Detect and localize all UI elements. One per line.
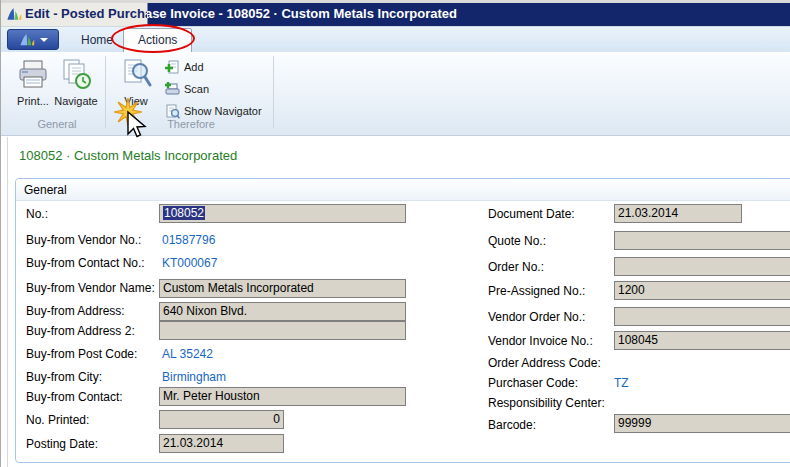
pre-assigned-no-input[interactable]: 1200 <box>614 281 790 300</box>
pre-assigned-no-label: Pre-Assigned No.: <box>488 284 585 298</box>
vendor-order-no-input[interactable] <box>614 307 790 326</box>
print-button[interactable]: Print... <box>10 56 56 120</box>
buy-from-address-label: Buy-from Address: <box>26 304 125 318</box>
scan-button-label: Scan <box>184 83 209 95</box>
posting-date-input[interactable]: 21.03.2014 <box>159 434 284 453</box>
buy-from-vendor-no-label: Buy-from Vendor No.: <box>26 233 141 247</box>
page-title: 108052 · Custom Metals Incorporated <box>19 148 237 163</box>
show-navigator-button-label: Show Navigator <box>184 105 262 117</box>
responsibility-center-label: Responsibility Center: <box>488 396 605 410</box>
navigate-icon <box>60 58 92 90</box>
navigate-button[interactable]: Navigate <box>53 56 99 120</box>
application-menu-button[interactable] <box>7 29 59 50</box>
buy-from-vendor-name-label: Buy-from Vendor Name: <box>26 281 155 295</box>
no-printed-input[interactable]: 0 <box>159 410 284 429</box>
buy-from-post-code-label: Buy-from Post Code: <box>26 347 137 361</box>
print-button-label: Print... <box>10 95 56 107</box>
ribbon: Print... Navigate View <box>1 52 790 136</box>
view-button[interactable]: View <box>113 56 159 120</box>
buy-from-contact-no-link[interactable]: KT000067 <box>162 256 217 270</box>
show-navigator-icon <box>164 103 180 119</box>
posted-purchase-invoice-window: { "window": { "title": "Edit - Posted Pu… <box>0 0 790 467</box>
scan-button[interactable]: Scan <box>164 80 209 98</box>
barcode-label: Barcode: <box>488 418 536 432</box>
printer-icon <box>17 58 49 90</box>
window-titlebar: Edit - Posted Purchase Invoice - 108052 … <box>1 3 790 26</box>
document-date-input[interactable]: 21.03.2014 <box>614 204 742 223</box>
buy-from-contact-label: Buy-from Contact: <box>26 390 123 404</box>
order-no-input[interactable] <box>614 257 790 276</box>
group-label-general: General <box>9 118 105 130</box>
group-separator <box>273 56 274 128</box>
no-printed-label: No. Printed: <box>26 413 89 427</box>
buy-from-contact-no-label: Buy-from Contact No.: <box>26 256 145 270</box>
chevron-down-icon <box>40 38 48 42</box>
barcode-input[interactable]: 99999 <box>614 414 790 433</box>
vendor-order-no-label: Vendor Order No.: <box>488 310 585 324</box>
view-button-label: View <box>113 95 159 107</box>
no-field-label: No.: <box>26 207 48 221</box>
actions-highlight-ellipse <box>111 24 195 53</box>
quote-no-label: Quote No.: <box>488 234 546 248</box>
scan-icon <box>164 81 180 97</box>
order-address-code-label: Order Address Code: <box>488 356 601 370</box>
buy-from-address-input[interactable]: 640 Nixon Blvd. <box>159 302 406 321</box>
no-input-selected-text: 108052 <box>163 206 205 220</box>
buy-from-vendor-name-input[interactable]: Custom Metals Incorporated <box>159 279 406 298</box>
buy-from-post-code-link[interactable]: AL 35242 <box>162 347 213 361</box>
quote-no-input[interactable] <box>614 231 790 250</box>
order-no-label: Order No.: <box>488 260 544 274</box>
no-input[interactable]: 108052 <box>159 204 406 223</box>
content-left-border <box>7 137 8 467</box>
buy-from-city-label: Buy-from City: <box>26 370 102 384</box>
add-icon <box>164 59 180 75</box>
group-label-therefore: Therefore <box>109 118 273 130</box>
general-fasttab-header[interactable]: General <box>16 179 790 201</box>
group-separator <box>105 56 106 128</box>
buy-from-address2-input[interactable] <box>159 321 406 340</box>
buy-from-contact-input[interactable]: Mr. Peter Houston <box>159 387 406 406</box>
vendor-invoice-no-input[interactable]: 108045 <box>614 331 790 350</box>
posting-date-label: Posting Date: <box>26 437 98 451</box>
add-button[interactable]: Add <box>164 58 204 76</box>
document-date-label: Document Date: <box>488 207 575 221</box>
buy-from-address2-label: Buy-from Address 2: <box>26 324 135 338</box>
vendor-invoice-no-label: Vendor Invoice No.: <box>488 334 593 348</box>
navigate-button-label: Navigate <box>53 95 99 107</box>
app-menu-logo-icon <box>19 33 35 47</box>
view-icon <box>120 58 152 90</box>
add-button-label: Add <box>184 61 204 73</box>
purchaser-code-label: Purchaser Code: <box>488 376 578 390</box>
buy-from-city-link[interactable]: Birmingham <box>162 370 226 384</box>
buy-from-vendor-no-link[interactable]: 01587796 <box>162 233 215 247</box>
purchaser-code-link[interactable]: TZ <box>614 376 629 390</box>
